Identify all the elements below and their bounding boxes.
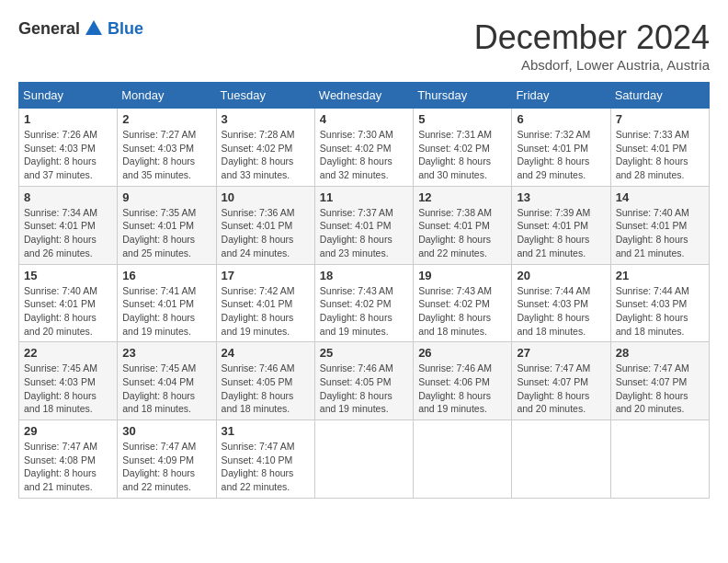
calendar-day-header: Monday xyxy=(118,83,216,109)
day-number: 30 xyxy=(122,424,210,438)
day-info: Sunrise: 7:40 AM Sunset: 4:01 PM Dayligh… xyxy=(616,206,704,260)
calendar-cell: 5 Sunrise: 7:31 AM Sunset: 4:02 PM Dayli… xyxy=(414,109,512,187)
calendar-cell: 24 Sunrise: 7:46 AM Sunset: 4:05 PM Dayl… xyxy=(216,342,314,420)
day-info: Sunrise: 7:39 AM Sunset: 4:01 PM Dayligh… xyxy=(517,206,605,260)
day-info: Sunrise: 7:45 AM Sunset: 4:03 PM Dayligh… xyxy=(24,362,112,416)
calendar-table: SundayMondayTuesdayWednesdayThursdayFrid… xyxy=(18,82,710,499)
day-info: Sunrise: 7:44 AM Sunset: 4:03 PM Dayligh… xyxy=(616,284,704,339)
calendar-cell: 13 Sunrise: 7:39 AM Sunset: 4:01 PM Dayl… xyxy=(512,186,610,264)
calendar-cell: 18 Sunrise: 7:43 AM Sunset: 4:02 PM Dayl… xyxy=(314,264,413,342)
month-title: December 2024 xyxy=(474,18,710,57)
day-number: 27 xyxy=(517,346,605,360)
calendar-cell xyxy=(512,420,610,499)
day-number: 11 xyxy=(320,190,408,204)
calendar-cell: 17 Sunrise: 7:42 AM Sunset: 4:01 PM Dayl… xyxy=(216,264,314,342)
day-number: 17 xyxy=(222,269,310,282)
day-number: 13 xyxy=(517,190,605,204)
day-info: Sunrise: 7:47 AM Sunset: 4:09 PM Dayligh… xyxy=(122,440,210,494)
calendar-cell: 29 Sunrise: 7:47 AM Sunset: 4:08 PM Dayl… xyxy=(19,420,118,499)
day-number: 28 xyxy=(616,346,704,360)
calendar-day-header: Wednesday xyxy=(314,83,413,109)
calendar-cell: 26 Sunrise: 7:46 AM Sunset: 4:06 PM Dayl… xyxy=(414,342,512,420)
day-number: 12 xyxy=(418,190,506,204)
day-number: 2 xyxy=(122,112,210,126)
day-number: 14 xyxy=(616,190,704,204)
day-info: Sunrise: 7:46 AM Sunset: 4:05 PM Dayligh… xyxy=(320,362,408,416)
day-number: 9 xyxy=(122,190,210,204)
calendar-cell: 3 Sunrise: 7:28 AM Sunset: 4:02 PM Dayli… xyxy=(216,109,314,187)
day-info: Sunrise: 7:38 AM Sunset: 4:01 PM Dayligh… xyxy=(418,206,506,260)
calendar-day-header: Friday xyxy=(512,83,610,109)
location-title: Absdorf, Lower Austria, Austria xyxy=(474,57,710,73)
day-number: 25 xyxy=(320,346,408,360)
day-info: Sunrise: 7:37 AM Sunset: 4:01 PM Dayligh… xyxy=(320,206,408,260)
day-info: Sunrise: 7:40 AM Sunset: 4:01 PM Dayligh… xyxy=(24,284,112,339)
day-number: 23 xyxy=(122,346,210,360)
day-info: Sunrise: 7:47 AM Sunset: 4:07 PM Dayligh… xyxy=(616,362,704,416)
day-number: 16 xyxy=(122,269,210,282)
calendar-header-row: SundayMondayTuesdayWednesdayThursdayFrid… xyxy=(19,83,710,109)
day-number: 1 xyxy=(24,112,112,126)
day-number: 10 xyxy=(222,190,310,204)
calendar-day-header: Thursday xyxy=(414,83,512,109)
day-number: 6 xyxy=(517,112,605,126)
calendar-week-row: 22 Sunrise: 7:45 AM Sunset: 4:03 PM Dayl… xyxy=(19,342,710,420)
calendar-cell: 27 Sunrise: 7:47 AM Sunset: 4:07 PM Dayl… xyxy=(512,342,610,420)
calendar-cell: 16 Sunrise: 7:41 AM Sunset: 4:01 PM Dayl… xyxy=(118,264,216,342)
calendar-week-row: 29 Sunrise: 7:47 AM Sunset: 4:08 PM Dayl… xyxy=(19,420,710,499)
day-info: Sunrise: 7:26 AM Sunset: 4:03 PM Dayligh… xyxy=(24,128,112,182)
calendar-cell: 30 Sunrise: 7:47 AM Sunset: 4:09 PM Dayl… xyxy=(118,420,216,499)
title-area: December 2024 Absdorf, Lower Austria, Au… xyxy=(474,18,710,73)
day-number: 24 xyxy=(222,346,310,360)
day-info: Sunrise: 7:41 AM Sunset: 4:01 PM Dayligh… xyxy=(122,284,210,339)
day-number: 22 xyxy=(24,346,112,360)
calendar-cell: 28 Sunrise: 7:47 AM Sunset: 4:07 PM Dayl… xyxy=(610,342,709,420)
logo-blue: Blue xyxy=(108,19,143,39)
calendar-cell: 20 Sunrise: 7:44 AM Sunset: 4:03 PM Dayl… xyxy=(512,264,610,342)
day-number: 4 xyxy=(320,112,408,126)
day-number: 20 xyxy=(517,269,605,282)
svg-marker-0 xyxy=(85,20,102,35)
day-number: 31 xyxy=(222,424,310,438)
calendar-cell: 4 Sunrise: 7:30 AM Sunset: 4:02 PM Dayli… xyxy=(314,109,413,187)
day-info: Sunrise: 7:28 AM Sunset: 4:02 PM Dayligh… xyxy=(222,128,310,182)
day-number: 5 xyxy=(418,112,506,126)
calendar-cell: 12 Sunrise: 7:38 AM Sunset: 4:01 PM Dayl… xyxy=(414,186,512,264)
day-number: 15 xyxy=(24,269,112,282)
day-info: Sunrise: 7:43 AM Sunset: 4:02 PM Dayligh… xyxy=(320,284,408,339)
day-info: Sunrise: 7:45 AM Sunset: 4:04 PM Dayligh… xyxy=(122,362,210,416)
day-number: 21 xyxy=(616,269,704,282)
day-info: Sunrise: 7:27 AM Sunset: 4:03 PM Dayligh… xyxy=(122,128,210,182)
calendar-week-row: 8 Sunrise: 7:34 AM Sunset: 4:01 PM Dayli… xyxy=(19,186,710,264)
day-number: 7 xyxy=(616,112,704,126)
day-info: Sunrise: 7:44 AM Sunset: 4:03 PM Dayligh… xyxy=(517,284,605,339)
calendar-cell: 6 Sunrise: 7:32 AM Sunset: 4:01 PM Dayli… xyxy=(512,109,610,187)
calendar-cell: 22 Sunrise: 7:45 AM Sunset: 4:03 PM Dayl… xyxy=(19,342,118,420)
calendar-cell: 19 Sunrise: 7:43 AM Sunset: 4:02 PM Dayl… xyxy=(414,264,512,342)
day-info: Sunrise: 7:32 AM Sunset: 4:01 PM Dayligh… xyxy=(517,128,605,182)
calendar-cell xyxy=(314,420,413,499)
header: General Blue December 2024 Absdorf, Lowe… xyxy=(18,18,710,73)
calendar-cell: 23 Sunrise: 7:45 AM Sunset: 4:04 PM Dayl… xyxy=(118,342,216,420)
day-info: Sunrise: 7:47 AM Sunset: 4:10 PM Dayligh… xyxy=(222,440,310,494)
day-info: Sunrise: 7:47 AM Sunset: 4:07 PM Dayligh… xyxy=(517,362,605,416)
logo-icon xyxy=(84,18,104,39)
day-number: 19 xyxy=(418,269,506,282)
day-info: Sunrise: 7:46 AM Sunset: 4:06 PM Dayligh… xyxy=(418,362,506,416)
day-number: 8 xyxy=(24,190,112,204)
calendar-cell: 10 Sunrise: 7:36 AM Sunset: 4:01 PM Dayl… xyxy=(216,186,314,264)
calendar-cell: 7 Sunrise: 7:33 AM Sunset: 4:01 PM Dayli… xyxy=(610,109,709,187)
calendar-cell: 25 Sunrise: 7:46 AM Sunset: 4:05 PM Dayl… xyxy=(314,342,413,420)
calendar-cell xyxy=(610,420,709,499)
calendar-week-row: 1 Sunrise: 7:26 AM Sunset: 4:03 PM Dayli… xyxy=(19,109,710,187)
day-info: Sunrise: 7:31 AM Sunset: 4:02 PM Dayligh… xyxy=(418,128,506,182)
day-number: 3 xyxy=(222,112,310,126)
calendar-cell: 14 Sunrise: 7:40 AM Sunset: 4:01 PM Dayl… xyxy=(610,186,709,264)
day-info: Sunrise: 7:47 AM Sunset: 4:08 PM Dayligh… xyxy=(24,440,112,494)
calendar-cell: 15 Sunrise: 7:40 AM Sunset: 4:01 PM Dayl… xyxy=(19,264,118,342)
calendar-cell: 31 Sunrise: 7:47 AM Sunset: 4:10 PM Dayl… xyxy=(216,420,314,499)
calendar-cell: 2 Sunrise: 7:27 AM Sunset: 4:03 PM Dayli… xyxy=(118,109,216,187)
day-info: Sunrise: 7:42 AM Sunset: 4:01 PM Dayligh… xyxy=(222,284,310,339)
calendar-cell: 1 Sunrise: 7:26 AM Sunset: 4:03 PM Dayli… xyxy=(19,109,118,187)
calendar-cell: 8 Sunrise: 7:34 AM Sunset: 4:01 PM Dayli… xyxy=(19,186,118,264)
